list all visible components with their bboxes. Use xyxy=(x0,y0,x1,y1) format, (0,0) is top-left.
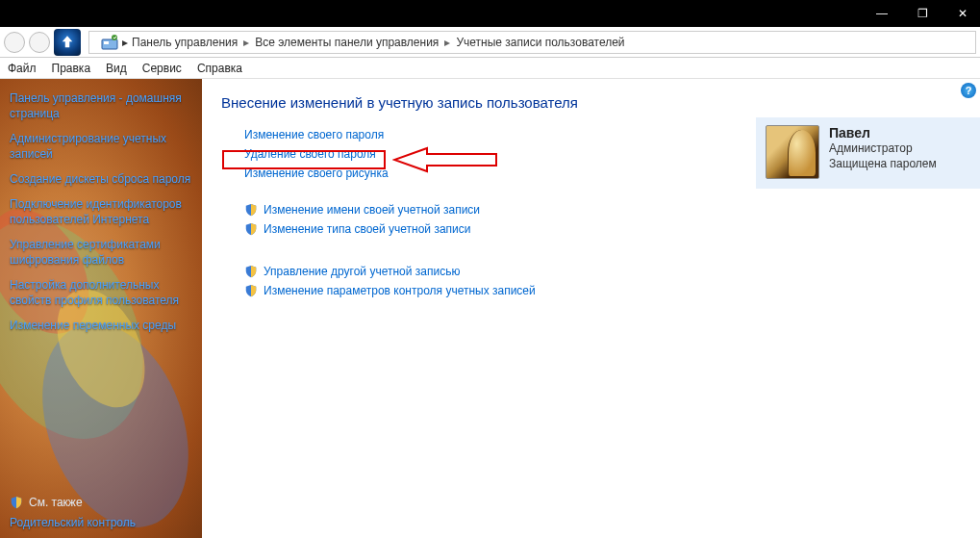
maximize-button[interactable]: ❐ xyxy=(909,4,936,23)
breadcrumb-item[interactable]: Учетные записи пользователей xyxy=(456,36,624,49)
admin-task-list: Управление другой учетной записью Измене… xyxy=(244,265,961,297)
forward-button[interactable] xyxy=(29,32,50,53)
shield-icon xyxy=(10,496,23,509)
breadcrumb-item[interactable]: Панель управления xyxy=(132,36,238,49)
menu-view[interactable]: Вид xyxy=(106,62,127,75)
shield-icon xyxy=(244,222,258,236)
navbar: ▸ Панель управления ▸ Все элементы панел… xyxy=(0,27,980,58)
change-account-name-link[interactable]: Изменение имени своей учетной записи xyxy=(244,203,961,217)
sidebar-home-link[interactable]: Панель управления - домашняя страница xyxy=(10,90,192,121)
account-card: Павел Администратор Защищена паролем xyxy=(756,117,980,189)
see-also-label: См. также xyxy=(10,496,192,509)
sidebar: Панель управления - домашняя страница Ад… xyxy=(0,79,202,538)
up-button[interactable] xyxy=(54,29,81,56)
breadcrumb[interactable]: ▸ Панель управления ▸ Все элементы панел… xyxy=(88,31,976,54)
breadcrumb-item[interactable]: Все элементы панели управления xyxy=(255,36,439,49)
task-list-shielded: Изменение имени своей учетной записи Изм… xyxy=(244,203,961,236)
account-role: Администратор xyxy=(829,141,937,156)
parental-control-link[interactable]: Родительский контроль xyxy=(10,515,192,530)
menubar: Файл Правка Вид Сервис Справка xyxy=(0,58,980,79)
shield-icon xyxy=(244,284,258,297)
sidebar-profile-props-link[interactable]: Настройка дополнительных свойств профиля… xyxy=(10,277,192,308)
svg-point-2 xyxy=(112,35,117,40)
menu-edit[interactable]: Правка xyxy=(52,62,91,75)
account-name: Павел xyxy=(829,125,937,141)
main-panel: ? Внесение изменений в учетную запись по… xyxy=(202,79,980,538)
page-heading: Внесение изменений в учетную запись поль… xyxy=(221,94,961,111)
uac-settings-link[interactable]: Изменение параметров контроля учетных за… xyxy=(244,284,961,297)
close-button[interactable]: ✕ xyxy=(949,4,976,23)
sidebar-env-vars-link[interactable]: Изменение переменных среды xyxy=(10,318,192,333)
sidebar-certificates-link[interactable]: Управление сертификатами шифрования файл… xyxy=(10,237,192,268)
sidebar-connect-ids-link[interactable]: Подключение идентификаторов пользователе… xyxy=(10,196,192,227)
minimize-button[interactable]: — xyxy=(868,4,895,23)
shield-icon xyxy=(244,265,258,278)
titlebar: — ❐ ✕ xyxy=(0,0,980,27)
help-icon[interactable]: ? xyxy=(961,83,976,98)
back-button[interactable] xyxy=(4,32,25,53)
avatar xyxy=(766,125,819,179)
menu-help[interactable]: Справка xyxy=(197,62,242,75)
account-protected: Защищена паролем xyxy=(829,156,937,171)
menu-file[interactable]: Файл xyxy=(8,62,37,75)
content: Панель управления - домашняя страница Ад… xyxy=(0,79,980,538)
svg-rect-1 xyxy=(104,41,109,44)
menu-tools[interactable]: Сервис xyxy=(142,62,182,75)
sidebar-admin-accounts-link[interactable]: Администрирование учетных записей xyxy=(10,131,192,162)
sidebar-reset-disk-link[interactable]: Создание дискеты сброса пароля xyxy=(10,171,192,187)
control-panel-icon xyxy=(101,34,118,51)
change-account-type-link[interactable]: Изменение типа своей учетной записи xyxy=(244,222,961,236)
manage-other-account-link[interactable]: Управление другой учетной записью xyxy=(244,265,961,278)
shield-icon xyxy=(244,203,258,217)
